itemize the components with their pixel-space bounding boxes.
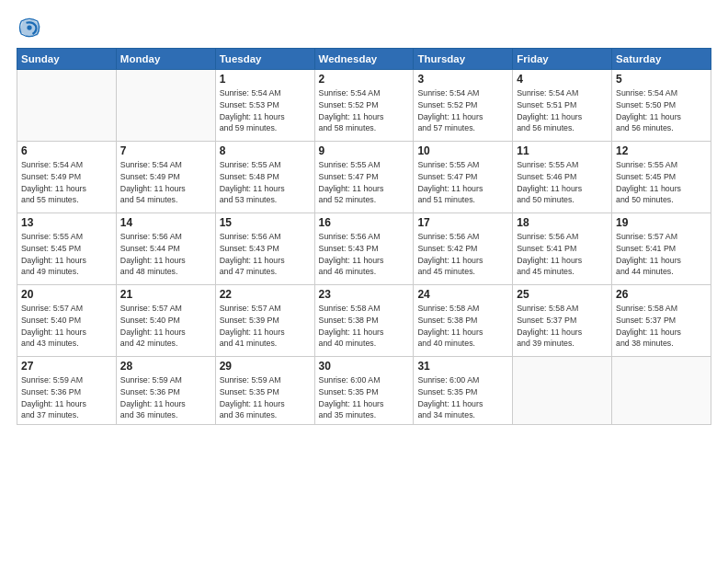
- day-cell: 15Sunrise: 5:56 AM Sunset: 5:43 PM Dayli…: [215, 213, 314, 285]
- day-number: 9: [319, 144, 410, 157]
- day-number: 31: [417, 360, 508, 373]
- svg-point-2: [27, 25, 31, 29]
- day-number: 5: [616, 73, 707, 86]
- day-info: Sunrise: 5:55 AM Sunset: 5:46 PM Dayligh…: [517, 159, 608, 206]
- day-number: 17: [417, 216, 508, 229]
- day-cell: 18Sunrise: 5:56 AM Sunset: 5:41 PM Dayli…: [513, 213, 612, 285]
- day-number: 20: [21, 288, 112, 301]
- day-info: Sunrise: 5:59 AM Sunset: 5:36 PM Dayligh…: [120, 374, 211, 421]
- day-info: Sunrise: 6:00 AM Sunset: 5:35 PM Dayligh…: [319, 374, 410, 421]
- day-info: Sunrise: 5:54 AM Sunset: 5:49 PM Dayligh…: [21, 159, 112, 206]
- header-cell-saturday: Saturday: [612, 49, 711, 70]
- day-info: Sunrise: 5:56 AM Sunset: 5:41 PM Dayligh…: [517, 231, 608, 278]
- day-number: 27: [21, 360, 112, 373]
- day-number: 19: [616, 216, 707, 229]
- day-cell: 7Sunrise: 5:54 AM Sunset: 5:49 PM Daylig…: [116, 142, 215, 213]
- day-info: Sunrise: 5:58 AM Sunset: 5:38 PM Dayligh…: [319, 303, 410, 350]
- day-cell: 22Sunrise: 5:57 AM Sunset: 5:39 PM Dayli…: [215, 285, 314, 357]
- header-cell-tuesday: Tuesday: [215, 49, 314, 70]
- day-info: Sunrise: 5:58 AM Sunset: 5:37 PM Dayligh…: [517, 303, 608, 350]
- header-row: SundayMondayTuesdayWednesdayThursdayFrid…: [17, 49, 711, 70]
- day-info: Sunrise: 6:00 AM Sunset: 5:35 PM Dayligh…: [417, 374, 508, 421]
- day-number: 1: [220, 73, 311, 86]
- day-cell: 28Sunrise: 5:59 AM Sunset: 5:36 PM Dayli…: [116, 357, 215, 425]
- week-row-5: 27Sunrise: 5:59 AM Sunset: 5:36 PM Dayli…: [17, 357, 711, 425]
- day-info: Sunrise: 5:58 AM Sunset: 5:38 PM Dayligh…: [417, 303, 508, 350]
- day-cell: 19Sunrise: 5:57 AM Sunset: 5:41 PM Dayli…: [612, 213, 711, 285]
- day-cell: 5Sunrise: 5:54 AM Sunset: 5:50 PM Daylig…: [612, 70, 711, 142]
- day-cell: 26Sunrise: 5:58 AM Sunset: 5:37 PM Dayli…: [612, 285, 711, 357]
- day-cell: 6Sunrise: 5:54 AM Sunset: 5:49 PM Daylig…: [17, 142, 117, 213]
- day-number: 14: [120, 216, 211, 229]
- week-row-2: 6Sunrise: 5:54 AM Sunset: 5:49 PM Daylig…: [17, 142, 711, 213]
- day-number: 15: [220, 216, 311, 229]
- day-cell: 10Sunrise: 5:55 AM Sunset: 5:47 PM Dayli…: [414, 142, 513, 213]
- logo: [17, 15, 46, 40]
- day-number: 13: [21, 216, 112, 229]
- day-number: 2: [319, 73, 410, 86]
- page-header: [17, 15, 711, 40]
- day-number: 16: [319, 216, 410, 229]
- calendar-page: SundayMondayTuesdayWednesdayThursdayFrid…: [0, 0, 728, 563]
- day-cell: 1Sunrise: 5:54 AM Sunset: 5:53 PM Daylig…: [215, 70, 314, 142]
- day-cell: 11Sunrise: 5:55 AM Sunset: 5:46 PM Dayli…: [513, 142, 612, 213]
- day-number: 25: [517, 288, 608, 301]
- day-info: Sunrise: 5:57 AM Sunset: 5:39 PM Dayligh…: [220, 303, 311, 350]
- header-cell-sunday: Sunday: [17, 49, 117, 70]
- day-cell: 30Sunrise: 6:00 AM Sunset: 5:35 PM Dayli…: [314, 357, 414, 425]
- day-cell: 13Sunrise: 5:55 AM Sunset: 5:45 PM Dayli…: [17, 213, 117, 285]
- day-cell: [612, 357, 711, 425]
- day-number: 3: [417, 73, 508, 86]
- week-row-4: 20Sunrise: 5:57 AM Sunset: 5:40 PM Dayli…: [17, 285, 711, 357]
- day-info: Sunrise: 5:55 AM Sunset: 5:47 PM Dayligh…: [417, 159, 508, 206]
- calendar-body: 1Sunrise: 5:54 AM Sunset: 5:53 PM Daylig…: [17, 70, 711, 425]
- day-number: 24: [417, 288, 508, 301]
- header-cell-thursday: Thursday: [414, 49, 513, 70]
- day-info: Sunrise: 5:55 AM Sunset: 5:45 PM Dayligh…: [616, 159, 707, 206]
- day-number: 23: [319, 288, 410, 301]
- day-info: Sunrise: 5:55 AM Sunset: 5:47 PM Dayligh…: [319, 159, 410, 206]
- day-info: Sunrise: 5:56 AM Sunset: 5:44 PM Dayligh…: [120, 231, 211, 278]
- day-info: Sunrise: 5:54 AM Sunset: 5:53 PM Dayligh…: [220, 87, 311, 134]
- day-number: 30: [319, 360, 410, 373]
- day-info: Sunrise: 5:54 AM Sunset: 5:49 PM Dayligh…: [120, 159, 211, 206]
- day-cell: 21Sunrise: 5:57 AM Sunset: 5:40 PM Dayli…: [116, 285, 215, 357]
- calendar-header: SundayMondayTuesdayWednesdayThursdayFrid…: [17, 49, 711, 70]
- day-info: Sunrise: 5:57 AM Sunset: 5:40 PM Dayligh…: [21, 303, 112, 350]
- day-info: Sunrise: 5:55 AM Sunset: 5:45 PM Dayligh…: [21, 231, 112, 278]
- day-info: Sunrise: 5:54 AM Sunset: 5:51 PM Dayligh…: [517, 87, 608, 134]
- day-number: 11: [517, 144, 608, 157]
- day-number: 28: [120, 360, 211, 373]
- day-cell: 20Sunrise: 5:57 AM Sunset: 5:40 PM Dayli…: [17, 285, 117, 357]
- day-cell: [513, 357, 612, 425]
- day-number: 29: [220, 360, 311, 373]
- day-cell: 23Sunrise: 5:58 AM Sunset: 5:38 PM Dayli…: [314, 285, 414, 357]
- day-number: 10: [417, 144, 508, 157]
- header-cell-wednesday: Wednesday: [314, 49, 414, 70]
- day-number: 26: [616, 288, 707, 301]
- day-cell: 14Sunrise: 5:56 AM Sunset: 5:44 PM Dayli…: [116, 213, 215, 285]
- day-info: Sunrise: 5:54 AM Sunset: 5:50 PM Dayligh…: [616, 87, 707, 134]
- day-cell: 4Sunrise: 5:54 AM Sunset: 5:51 PM Daylig…: [513, 70, 612, 142]
- day-cell: [17, 70, 117, 142]
- week-row-3: 13Sunrise: 5:55 AM Sunset: 5:45 PM Dayli…: [17, 213, 711, 285]
- day-info: Sunrise: 5:57 AM Sunset: 5:41 PM Dayligh…: [616, 231, 707, 278]
- day-info: Sunrise: 5:58 AM Sunset: 5:37 PM Dayligh…: [616, 303, 707, 350]
- day-number: 8: [220, 144, 311, 157]
- day-info: Sunrise: 5:59 AM Sunset: 5:36 PM Dayligh…: [21, 374, 112, 421]
- header-cell-friday: Friday: [513, 49, 612, 70]
- calendar-table: SundayMondayTuesdayWednesdayThursdayFrid…: [17, 48, 711, 425]
- day-number: 6: [21, 144, 112, 157]
- day-info: Sunrise: 5:59 AM Sunset: 5:35 PM Dayligh…: [220, 374, 311, 421]
- day-number: 7: [120, 144, 211, 157]
- day-cell: 9Sunrise: 5:55 AM Sunset: 5:47 PM Daylig…: [314, 142, 414, 213]
- day-cell: 25Sunrise: 5:58 AM Sunset: 5:37 PM Dayli…: [513, 285, 612, 357]
- day-number: 22: [220, 288, 311, 301]
- day-number: 18: [517, 216, 608, 229]
- day-cell: 2Sunrise: 5:54 AM Sunset: 5:52 PM Daylig…: [314, 70, 414, 142]
- day-info: Sunrise: 5:56 AM Sunset: 5:42 PM Dayligh…: [417, 231, 508, 278]
- day-info: Sunrise: 5:54 AM Sunset: 5:52 PM Dayligh…: [319, 87, 410, 134]
- day-cell: 24Sunrise: 5:58 AM Sunset: 5:38 PM Dayli…: [414, 285, 513, 357]
- day-number: 21: [120, 288, 211, 301]
- day-number: 4: [517, 73, 608, 86]
